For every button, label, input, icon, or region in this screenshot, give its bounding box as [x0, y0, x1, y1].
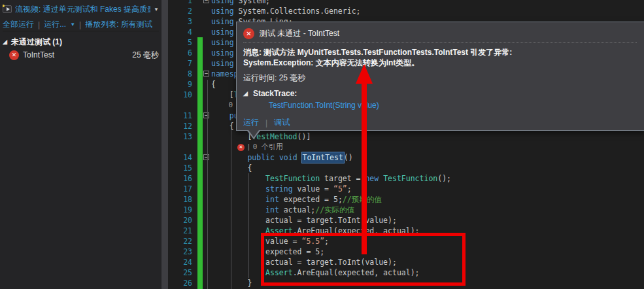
line-number: 1 — [168, 0, 197, 6]
run-menu-button[interactable]: 运行... — [44, 20, 66, 30]
line-number: 24 — [168, 257, 197, 267]
annotation-arrow-shaft — [362, 82, 367, 254]
stacktrace-label: StackTrace: — [253, 89, 297, 98]
toolbar-separator: | — [38, 20, 40, 29]
change-bar-empty — [197, 0, 203, 6]
line-number: 22 — [168, 236, 197, 246]
run-link[interactable]: 运行 — [243, 117, 259, 128]
code-line[interactable]: 15 { — [168, 163, 644, 173]
run-menu-caret-icon[interactable]: ▼ — [70, 22, 75, 27]
playlist-selector[interactable]: 播放列表: 所有测试 — [85, 20, 152, 30]
line-number: 15 — [168, 163, 197, 173]
code-line[interactable]: 17 string value = “5”; — [168, 184, 644, 194]
code-line[interactable]: 2using System.Collections.Generic; — [168, 6, 644, 16]
test-name: ToIntTest — [23, 50, 54, 60]
line-number: 11 — [168, 110, 197, 121]
panel-scrollbar[interactable] — [161, 0, 168, 289]
fold-margin — [203, 27, 211, 37]
line-number: 8 — [168, 69, 197, 79]
change-bar-empty — [197, 27, 203, 37]
fold-collapse-icon[interactable]: − — [203, 112, 209, 118]
change-bar — [197, 121, 203, 131]
change-bar — [197, 278, 203, 288]
failed-tests-group[interactable]: ◢ 未通过测试 (1) — [3, 37, 159, 47]
toolbar-separator: | — [79, 20, 81, 29]
tooltip-message-line1: 消息: 测试方法 MyUnitTest.Tests.TestFunctionTe… — [243, 47, 637, 58]
line-number: 13 — [168, 131, 197, 142]
change-bar-empty — [197, 6, 203, 16]
annotation-arrow-head — [356, 64, 373, 84]
code-line[interactable]: 13 [TestMethod()] — [168, 131, 644, 142]
test-result-tooltip: ✕ 测试 未通过 - ToIntTest 消息: 测试方法 MyUnitTest… — [236, 22, 644, 131]
line-number: 6 — [168, 48, 197, 58]
tooltip-message: 消息: 测试方法 MyUnitTest.Tests.TestFunctionTe… — [243, 47, 637, 68]
code-text: } — [211, 278, 252, 288]
error-icon: ✕ — [237, 144, 245, 151]
fold-guide-method — [248, 173, 249, 278]
line-number: 18 — [168, 194, 197, 205]
code-text: actual = target.ToInt(value); — [211, 215, 397, 226]
code-text: string value = “5”; — [211, 184, 352, 194]
change-bar — [197, 69, 203, 79]
group-expander-icon[interactable]: ◢ — [3, 39, 7, 45]
banner-dropdown-icon[interactable]: ▼ — [154, 7, 159, 12]
line-number: 21 — [168, 226, 197, 236]
code-text: using System; — [211, 0, 270, 6]
test-explorer-panel: 流视频: 通过单元测试和 Fakes 提高质量 ▼ 全部运行 | 运行... ▼… — [0, 0, 161, 289]
video-banner[interactable]: 流视频: 通过单元测试和 Fakes 提高质量 ▼ — [3, 3, 159, 16]
fold-collapse-icon[interactable]: − — [203, 154, 209, 160]
fold-margin — [203, 16, 211, 27]
tooltip-duration: 运行时间: 25 毫秒 — [243, 73, 637, 84]
change-bar — [197, 37, 203, 48]
change-bar — [197, 194, 203, 205]
code-line[interactable]: 1−using System; — [168, 0, 644, 6]
fold-margin: − — [203, 0, 211, 6]
test-toolbar: 全部运行 | 运行... ▼ | 播放列表: 所有测试 — [3, 20, 159, 31]
change-bar — [197, 79, 203, 90]
fold-margin — [203, 6, 211, 16]
code-text: TestFunction target = new TestFunction()… — [211, 173, 451, 184]
group-label: 未通过测试 (1) — [11, 37, 62, 47]
tooltip-title: 测试 未通过 - ToIntTest — [260, 28, 339, 39]
codelens-row[interactable]: ✕|0 个引用 — [168, 142, 644, 152]
line-number: 16 — [168, 173, 197, 184]
highlighted-method-name[interactable]: ToIntTest — [301, 152, 345, 163]
codelens-separator: | — [246, 142, 251, 152]
error-icon: ✕ — [243, 28, 254, 39]
code-text: ✕|0 个引用 — [211, 142, 283, 152]
code-line[interactable]: 20 actual = target.ToInt(value); — [168, 215, 644, 226]
line-number: 23 — [168, 246, 197, 257]
test-list-item[interactable]: ✕ ToIntTest 25 毫秒 — [9, 50, 159, 60]
test-failed-icon: ✕ — [9, 50, 19, 60]
run-all-button[interactable]: 全部运行 — [3, 20, 34, 30]
fold-collapse-icon[interactable]: − — [203, 0, 209, 3]
change-bar — [197, 100, 203, 110]
code-line[interactable]: 18 int expected = 5;//预期的值 — [168, 194, 644, 205]
fold-margin — [203, 37, 211, 48]
code-line[interactable]: 16 TestFunction target = new TestFunctio… — [168, 173, 644, 184]
change-bar — [197, 205, 203, 215]
code-text: { — [211, 163, 252, 173]
stacktrace-expander-icon[interactable]: ◢ — [243, 90, 248, 97]
tooltip-title-row: ✕ 测试 未通过 - ToIntTest — [243, 28, 637, 43]
code-line[interactable]: 19 int actual;//实际的值 — [168, 205, 644, 215]
fold-guide-namespace — [207, 80, 208, 289]
change-bar — [197, 58, 203, 69]
fold-guide-class — [231, 130, 231, 289]
debug-link[interactable]: 调试 — [274, 117, 290, 128]
line-number: 12 — [168, 121, 197, 131]
line-number: 10 — [168, 90, 197, 100]
video-banner-label: 流视频: 通过单元测试和 Fakes 提高质量 — [15, 4, 150, 15]
change-bar — [197, 236, 203, 246]
stacktrace-link[interactable]: TestFunction.ToInt(String value) — [269, 101, 637, 110]
code-text: using System.Collections.Generic; — [211, 6, 361, 16]
line-number: 2 — [168, 6, 197, 16]
fold-collapse-icon[interactable]: − — [203, 71, 209, 76]
line-number — [168, 100, 197, 110]
test-duration: 25 毫秒 — [132, 50, 159, 60]
code-text: public void ToIntTest() — [211, 152, 353, 163]
code-text: int expected = 5;//预期的值 — [211, 194, 382, 205]
code-line[interactable]: 14− public void ToIntTest() — [168, 152, 644, 163]
change-bar — [197, 173, 203, 184]
change-bar-empty — [197, 16, 203, 27]
